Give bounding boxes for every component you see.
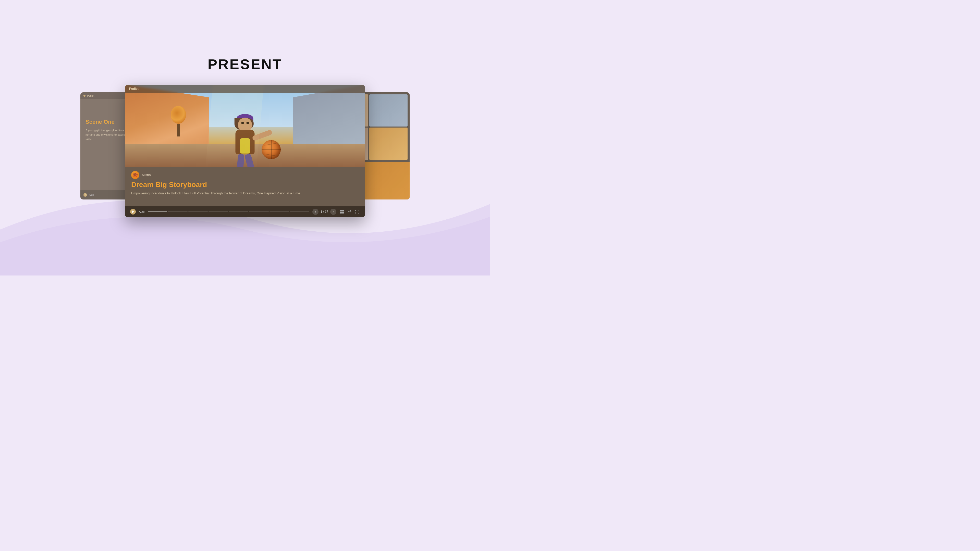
slide-main: Podlet	[125, 85, 365, 218]
progress-seg-5	[229, 211, 248, 212]
svg-rect-2	[340, 212, 342, 213]
slide-left-play-button[interactable]	[83, 193, 87, 197]
progress-seg-2	[168, 211, 188, 212]
slide-main-header: Podlet	[125, 85, 365, 93]
char-basketball	[262, 140, 281, 159]
slide-left-app-name: Podlet	[87, 94, 94, 97]
progress-seg-7	[269, 211, 289, 212]
fullscreen-icon[interactable]	[355, 209, 360, 214]
hero-tree-top-left	[171, 106, 186, 124]
footer-actions	[339, 209, 360, 214]
share-icon[interactable]	[347, 209, 352, 214]
grid-icon[interactable]	[339, 209, 345, 214]
hero-scene	[125, 85, 365, 170]
main-slide-app-name: Podlet	[129, 87, 138, 91]
slide-footer: Auto ‹ 1 / 17 ›	[125, 206, 365, 218]
svg-rect-0	[340, 210, 342, 211]
progress-seg-3	[188, 211, 208, 212]
hero-tree-trunk-left	[177, 124, 180, 137]
slide-presentation-subtitle: Empowering Individuals to Unlock Their F…	[131, 191, 359, 196]
next-button[interactable]: ›	[330, 209, 336, 215]
page-title: PRESENT	[208, 56, 283, 73]
user-avatar: 🏀	[131, 171, 139, 179]
prev-button[interactable]: ‹	[312, 209, 318, 215]
slide-right-thumb-2	[369, 94, 407, 127]
svg-rect-3	[342, 212, 344, 213]
progress-seg-8	[290, 211, 309, 212]
hero-tree-left	[168, 106, 189, 137]
progress-seg-6	[249, 211, 269, 212]
presentation-area: Podlet Scene One A young girl lounges gl…	[125, 85, 365, 220]
slide-hero	[125, 85, 365, 170]
hero-light-ray	[205, 85, 264, 170]
user-name: Misha	[142, 173, 151, 177]
slide-user-row: 🏀 Misha	[131, 171, 359, 179]
progress-segments	[148, 211, 309, 212]
page-counter: 1 / 17	[321, 210, 328, 213]
svg-rect-1	[342, 210, 344, 211]
progress-seg-4	[208, 211, 228, 212]
progress-seg-1	[148, 211, 167, 212]
slide-right-thumb-4	[369, 127, 407, 160]
slide-dot	[83, 95, 86, 97]
slide-presentation-title: Dream Big Storyboard	[131, 181, 359, 189]
slide-left-auto-label: Auto	[89, 194, 94, 196]
auto-label: Auto	[139, 210, 145, 213]
nav-controls: ‹ 1 / 17 ›	[312, 209, 336, 215]
play-button[interactable]	[130, 209, 136, 214]
